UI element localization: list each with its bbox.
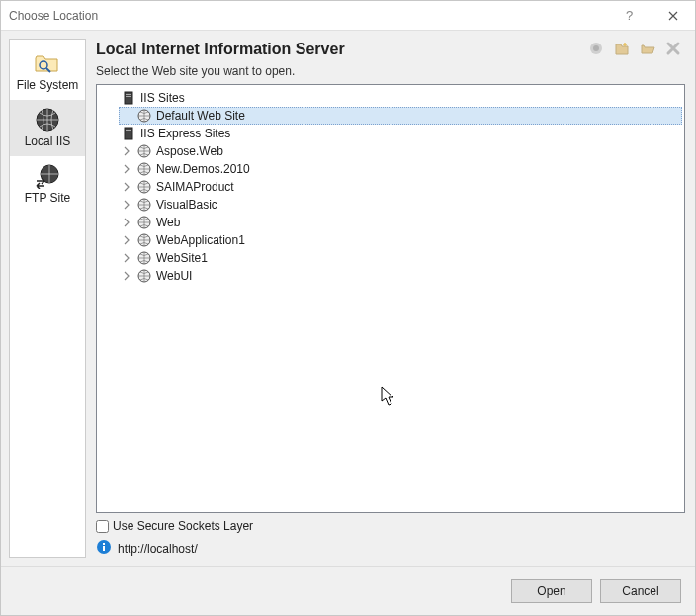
svg-rect-7 [126,94,131,95]
tree-node[interactable]: VisualBasic [119,196,682,214]
svg-rect-6 [125,92,132,104]
chevron-right-icon[interactable] [121,181,132,193]
url-row: http://localhost/ [96,539,685,558]
globe-icon [136,108,152,124]
sidebar-item-label: Local IIS [25,135,71,148]
globe-icon [136,250,152,266]
globe-icon [136,232,152,248]
tree-node-label: Aspose.Web [156,142,223,160]
main-title: Local Internet Information Server [96,41,345,58]
tree-node-label: WebUI [156,267,192,285]
globe-icon [136,215,152,230]
tree-node-label: VisualBasic [156,196,218,214]
delete-icon[interactable] [663,39,683,58]
globe-grid-icon [34,106,61,133]
ssl-checkbox[interactable] [96,520,109,533]
tree-node[interactable]: WebApplication1 [119,231,682,249]
globe-icon [136,143,152,159]
svg-rect-23 [103,543,105,545]
tree-node-label: WebSite1 [156,249,208,267]
ssl-label: Use Secure Sockets Layer [113,519,253,533]
svg-rect-12 [126,132,131,132]
tree-node[interactable]: New.Demos.2010 [119,160,682,178]
folder-search-icon [34,49,61,77]
cancel-button-label: Cancel [622,584,658,598]
tree-node-label: New.Demos.2010 [156,160,250,178]
tree-node-label: Web [156,214,180,231]
globe-icon [136,268,152,284]
tree-node-label: IIS Sites [140,89,185,107]
tree-node-label: WebApplication1 [156,231,245,249]
location-sidebar: File System Local IIS FTP Site [9,39,86,558]
options-area: Use Secure Sockets Layer http://localhos… [96,519,685,558]
tree-node-iis-sites[interactable]: ▸ IIS Sites [103,89,682,107]
open-button-label: Open [537,584,566,598]
dialog-buttons: Open Cancel [1,566,695,615]
chevron-right-icon[interactable] [121,145,132,157]
tree-node-iis-express-sites[interactable]: ▸ IIS Express Sites [103,125,682,142]
tree-node[interactable]: Aspose.Web [119,142,682,160]
help-button[interactable]: ? [606,1,651,31]
svg-rect-22 [103,546,105,551]
chevron-right-icon[interactable] [121,217,132,228]
window-title: Choose Location [9,9,606,23]
sidebar-item-label: FTP Site [25,192,70,205]
tree-node[interactable]: SAIMAProduct [119,178,682,196]
globe-icon [136,197,152,213]
tree-node-label: Default Web Site [156,107,245,125]
site-tree[interactable]: ▸ IIS Sites ▸ Default Web Site [96,84,685,513]
globe-icon [136,179,152,195]
close-button[interactable] [651,1,695,31]
dialog-window: Choose Location ? File System Local IIS [0,0,696,616]
sidebar-item-label: File System [17,79,79,92]
server-icon [121,126,136,141]
chevron-right-icon[interactable] [121,252,132,264]
svg-rect-8 [126,96,131,97]
new-vdir-icon[interactable] [612,39,632,58]
open-button[interactable]: Open [511,579,592,603]
chevron-right-icon[interactable] [121,163,132,175]
info-icon [96,539,112,558]
globe-arrows-icon [34,162,61,190]
sidebar-item-file-system[interactable]: File System [10,44,85,100]
tree-node-label: SAIMAProduct [156,178,234,196]
server-icon [121,90,136,106]
tree-node-default-web-site[interactable]: ▸ Default Web Site [119,107,682,125]
ssl-checkbox-row[interactable]: Use Secure Sockets Layer [96,519,685,533]
chevron-right-icon[interactable] [121,199,132,211]
url-text: http://localhost/ [118,542,198,556]
svg-point-5 [593,45,599,51]
new-app-icon[interactable] [586,39,606,58]
open-folder-icon[interactable] [638,39,657,58]
sidebar-item-local-iis[interactable]: Local IIS [10,100,85,156]
sidebar-item-ftp-site[interactable]: FTP Site [10,156,85,213]
titlebar: Choose Location ? [1,1,695,31]
chevron-right-icon[interactable] [121,234,132,246]
main-panel: Local Internet Information Server Select… [96,39,685,558]
svg-rect-10 [125,128,132,139]
svg-rect-11 [126,130,131,131]
tree-node[interactable]: WebSite1 [119,249,682,267]
chevron-right-icon[interactable] [121,270,132,282]
tree-node[interactable]: Web [119,214,682,231]
cancel-button[interactable]: Cancel [600,579,681,603]
dialog-body: File System Local IIS FTP Site Local Int… [1,31,695,566]
globe-icon [136,161,152,177]
svg-text:?: ? [626,9,633,23]
toolbar [586,39,685,58]
tree-node-label: IIS Express Sites [140,125,230,142]
main-subtitle: Select the Web site you want to open. [96,64,685,78]
tree-node[interactable]: WebUI [119,267,682,285]
